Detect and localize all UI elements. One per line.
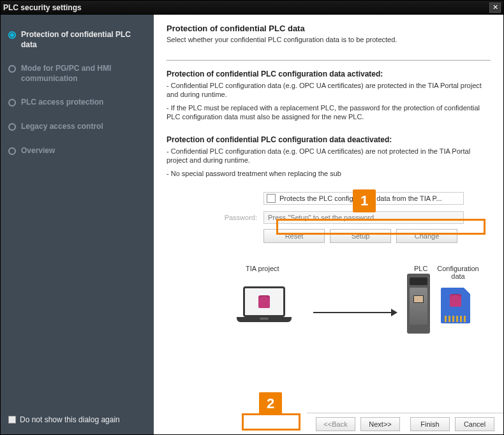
checkbox-icon: [267, 194, 276, 203]
activated-line2: - If the PLC must be replaced with a rep…: [167, 103, 491, 122]
sidebar-item-legacy[interactable]: Legacy access control: [8, 122, 146, 132]
arrow-icon: [313, 312, 396, 313]
deactivated-line2: - No special password treatment when rep…: [167, 169, 491, 178]
callout-1: 1: [353, 189, 376, 212]
finish-button[interactable]: Finish: [410, 417, 450, 431]
dont-show-again-checkbox[interactable]: Do not show this dialog again: [8, 415, 146, 424]
diagram-config-label: Configuration data: [433, 265, 483, 280]
radio-icon: [8, 31, 16, 39]
divider: [167, 60, 491, 61]
sidebar-item-label: Overview: [21, 146, 55, 156]
password-label: Password:: [192, 214, 257, 221]
back-button[interactable]: <<Back: [316, 417, 355, 431]
deactivated-line1: - Confidential PLC configuration data (e…: [167, 147, 491, 165]
dont-show-label: Do not show this dialog again: [20, 415, 120, 424]
diagram-plc-label: PLC: [414, 265, 427, 272]
close-button[interactable]: ✕: [489, 3, 501, 13]
page-subtitle: Select whether your confidential PLC con…: [167, 36, 491, 43]
radio-icon: [8, 147, 16, 155]
window-title: PLC security settings: [3, 3, 82, 12]
diagram: TIA project PLC Configuration data: [167, 262, 491, 358]
cancel-button[interactable]: Cancel: [455, 417, 494, 431]
sidebar-item-protection[interactable]: Protection of confidential PLC data: [8, 30, 146, 50]
setup-button[interactable]: Setup: [330, 229, 391, 243]
page-title: Protection of confidential PLC data: [167, 24, 491, 33]
activated-block: Protection of confidential PLC configura…: [167, 70, 491, 121]
radio-icon: [8, 99, 16, 107]
laptop-icon: [243, 286, 292, 322]
deactivated-block: Protection of confidential PLC configura…: [167, 135, 491, 178]
wizard-footer: <<Back Next>> Finish Cancel: [307, 413, 503, 434]
radio-icon: [8, 123, 16, 131]
sidebar-item-access-protection[interactable]: PLC access protection: [8, 98, 146, 108]
plc-device-icon: [407, 274, 430, 334]
sd-card-icon: [441, 288, 470, 323]
sidebar-item-label: PLC access protection: [21, 98, 103, 108]
database-icon: [450, 294, 461, 307]
sidebar-item-label: Legacy access control: [21, 122, 103, 132]
checkbox-icon: [8, 416, 16, 424]
diagram-tia-label: TIA project: [246, 265, 279, 272]
next-button[interactable]: Next>>: [360, 417, 400, 431]
callout-2: 2: [259, 392, 282, 415]
content-panel: Protection of confidential PLC data Sele…: [154, 15, 503, 434]
radio-icon: [8, 65, 16, 73]
protection-form: Protects the PLC configuration data from…: [192, 192, 491, 243]
database-icon: [258, 295, 270, 308]
activated-line1: - Confidential PLC configuration data (e…: [167, 81, 491, 100]
sidebar-item-mode[interactable]: Mode for PG/PC and HMI communication: [8, 64, 146, 84]
wizard-sidebar: Protection of confidential PLC data Mode…: [1, 15, 154, 434]
password-input[interactable]: [263, 211, 464, 224]
deactivated-heading: Protection of confidential PLC configura…: [167, 135, 491, 144]
activated-heading: Protection of confidential PLC configura…: [167, 70, 491, 78]
titlebar: PLC security settings ✕: [1, 1, 503, 15]
sidebar-item-label: Mode for PG/PC and HMI communication: [21, 64, 146, 84]
reset-button[interactable]: Reset: [263, 229, 325, 243]
change-button[interactable]: Change: [396, 229, 457, 243]
dialog-window: PLC security settings ✕ Protection of co…: [0, 0, 504, 435]
sidebar-item-overview[interactable]: Overview: [8, 146, 146, 156]
sidebar-item-label: Protection of confidential PLC data: [21, 30, 146, 50]
